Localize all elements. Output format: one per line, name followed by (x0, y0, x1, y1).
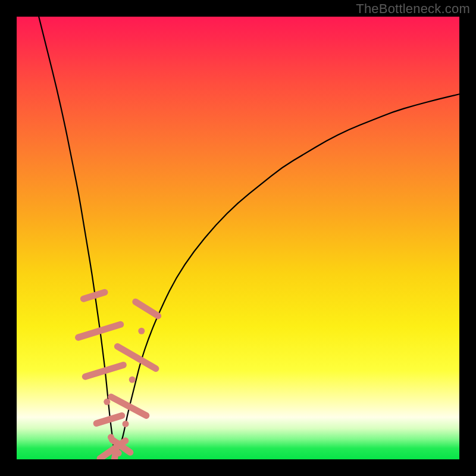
marker-dot (129, 377, 136, 383)
marker-dot (123, 421, 129, 427)
chart-container: TheBottleneck.com (0, 0, 476, 476)
marker-dot (138, 328, 145, 334)
marker-dot (115, 450, 122, 456)
chart-svg (17, 17, 459, 459)
watermark-text: TheBottleneck.com (356, 1, 470, 17)
background-gradient (17, 17, 459, 459)
